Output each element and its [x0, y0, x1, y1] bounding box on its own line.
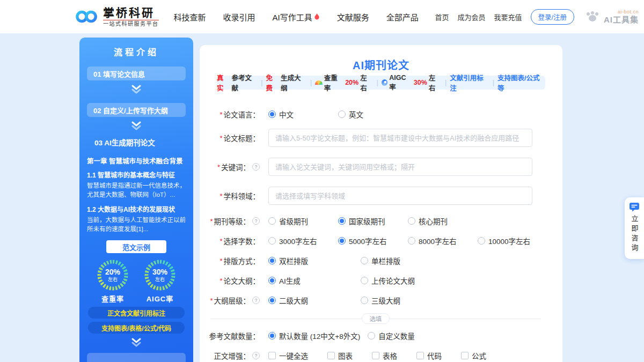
radio-control[interactable] — [408, 217, 415, 225]
step-2-custom-outline[interactable]: 02 自定义/上传写作大纲 — [87, 103, 186, 117]
radio-control[interactable] — [268, 257, 276, 264]
radio-control[interactable] — [338, 237, 346, 245]
radio-option[interactable]: 省级期刊 — [268, 216, 338, 226]
keywords-input[interactable] — [268, 158, 532, 176]
feature-tag-citation[interactable]: 正文含文献引用标注 — [88, 307, 185, 319]
field-label: *大纲层级：? — [200, 295, 260, 306]
login-register-button[interactable]: 登录/注册 — [531, 9, 574, 25]
radio-option[interactable]: 英文 — [338, 109, 408, 120]
checkbox-control[interactable] — [327, 352, 335, 359]
aigc-rate-gauge: 30% 左右 AIGC率 — [143, 258, 177, 304]
radio-option[interactable]: 三级大纲 — [361, 295, 453, 306]
radio-control[interactable] — [361, 277, 368, 284]
checkbox-option[interactable]: 图表 — [327, 350, 353, 361]
radio-option[interactable]: 5000字左右 — [338, 235, 408, 246]
option-label: 3000字左右 — [279, 235, 317, 246]
radio-control[interactable] — [268, 297, 276, 304]
form-row-journal-level: *期刊等级：? 省级期刊国家级期刊核心期刊 — [200, 216, 562, 226]
option-label: 国家级期刊 — [349, 216, 385, 226]
field-label: *论文标题： — [200, 132, 260, 143]
radio-control[interactable] — [268, 217, 276, 225]
radio-control[interactable] — [338, 110, 346, 118]
form-row-layout: *排版方式： 双栏排版单栏排版 — [200, 255, 562, 266]
paper-title-input[interactable] — [268, 129, 532, 147]
preview-section-title: 1.2 大数据与AI技术的发展现状 — [87, 204, 186, 213]
radio-option[interactable]: 默认数量 (12中文+8外文) — [268, 330, 360, 341]
checkbox-control[interactable] — [268, 352, 276, 359]
option-label: AI生成 — [279, 275, 301, 286]
gauge-ring-icon: 20% 左右 — [96, 258, 129, 292]
radio-control[interactable] — [361, 297, 368, 304]
radio-control[interactable] — [368, 332, 375, 339]
radio-option[interactable]: AI生成 — [268, 275, 361, 286]
checkbox-option[interactable]: 表格 — [372, 350, 397, 361]
radio-control[interactable] — [478, 237, 485, 245]
checkbox-control[interactable] — [416, 352, 424, 359]
radio-control[interactable] — [268, 277, 276, 284]
help-icon[interactable]: ? — [252, 352, 260, 359]
paper-preview: 第一章 智慧城市与技术融合背景 1.1 智慧城市的基本概念与特征 智慧城市是指通… — [87, 156, 186, 234]
checkbox-control[interactable] — [372, 352, 379, 359]
help-icon[interactable]: ? — [252, 217, 260, 225]
form-row-outline-level: *大纲层级：? 二级大纲三级大纲 — [200, 295, 562, 306]
radio-option[interactable]: 二级大纲 — [268, 295, 361, 306]
step-4-partial[interactable] — [87, 353, 186, 362]
sample-paper-button[interactable]: 范文示例 — [106, 240, 166, 253]
feature-text: 20% — [345, 79, 358, 86]
feature-separator: | — [493, 79, 494, 86]
radio-option[interactable]: 核心期刊 — [408, 216, 478, 226]
nav-item-citation-index[interactable]: 收录引用 — [223, 11, 255, 23]
preview-section-text: 当前，大数据与人工智能技术正以前所未有的速度发展[1]... — [87, 216, 186, 234]
link-become-member[interactable]: 成为会员 — [457, 12, 485, 22]
partner-domain: ai-bot.cn — [618, 10, 639, 14]
radio-control[interactable] — [338, 217, 346, 225]
references-radio-group: 默认数量 (12中文+8外文)自定义数量 — [268, 330, 422, 341]
step-3-ai-generate[interactable]: 03 AI生成期刊论文 — [87, 135, 186, 149]
radio-control[interactable] — [361, 257, 368, 264]
checkbox-option[interactable]: 公式 — [461, 350, 486, 361]
required-mark: * — [219, 277, 222, 285]
radio-control[interactable] — [268, 110, 276, 118]
radio-option[interactable]: 10000字左右 — [478, 235, 547, 246]
option-label: 图表 — [338, 350, 353, 361]
radio-control[interactable] — [268, 332, 276, 339]
radio-option[interactable]: 8000字左右 — [408, 235, 478, 246]
nav-item-literature-service[interactable]: 文献服务 — [337, 11, 369, 23]
brand-logo[interactable]: 掌桥科研 一站式科研服务平台 — [75, 7, 159, 27]
sidebar-title: 流程介绍 — [79, 45, 193, 58]
feature-text: 支持图表/公式等 — [497, 72, 545, 93]
consult-widget[interactable]: 立即咨询 — [625, 197, 644, 259]
nav-item-tech-novelty[interactable]: 科技查新 — [174, 11, 206, 23]
svg-text:左右: 左右 — [155, 276, 165, 282]
nav-item-ai-writing-tools[interactable]: AI写作工具 — [273, 11, 320, 23]
checkbox-option[interactable]: 一键全选 — [268, 350, 308, 361]
radio-option[interactable]: 上传论文大纲 — [361, 275, 453, 286]
nav-item-all-products[interactable]: 全部产品 — [386, 11, 419, 23]
option-label: 英文 — [349, 109, 363, 120]
field-label: *论文大纲： — [200, 275, 260, 286]
step-1-fill-info[interactable]: 01 填写论文信息 — [87, 67, 186, 80]
link-recharge[interactable]: 我要充值 — [494, 12, 522, 22]
radio-control[interactable] — [408, 237, 415, 245]
radio-option[interactable]: 中文 — [268, 109, 338, 120]
optional-toggle[interactable]: 选填 — [362, 313, 390, 324]
nav-item-label: AI写作工具 — [273, 11, 312, 23]
option-label: 二级大纲 — [279, 295, 308, 306]
subject-field-input[interactable] — [268, 187, 532, 205]
radio-option[interactable]: 3000字左右 — [268, 235, 338, 246]
help-icon[interactable]: ? — [252, 163, 260, 171]
checkbox-control[interactable] — [461, 352, 469, 359]
feature-item: 支持图表/公式等 — [497, 72, 545, 93]
required-mark: * — [219, 237, 222, 245]
link-home[interactable]: 首页 — [435, 12, 449, 22]
feature-item: 真实参考文献 — [217, 72, 258, 93]
radio-control[interactable] — [268, 237, 276, 245]
partner-logo[interactable]: ai-bot.cn AI工具集 — [585, 10, 639, 24]
radio-option[interactable]: 单栏排版 — [361, 255, 453, 266]
help-icon[interactable]: ? — [252, 297, 260, 304]
checkbox-option[interactable]: 代码 — [416, 350, 442, 361]
feature-tag-charts[interactable]: 支持图表/表格/公式/代码 — [88, 322, 185, 334]
radio-option[interactable]: 双栏排版 — [268, 255, 361, 266]
radio-option[interactable]: 自定义数量 — [368, 330, 415, 341]
radio-option[interactable]: 国家级期刊 — [338, 216, 408, 226]
